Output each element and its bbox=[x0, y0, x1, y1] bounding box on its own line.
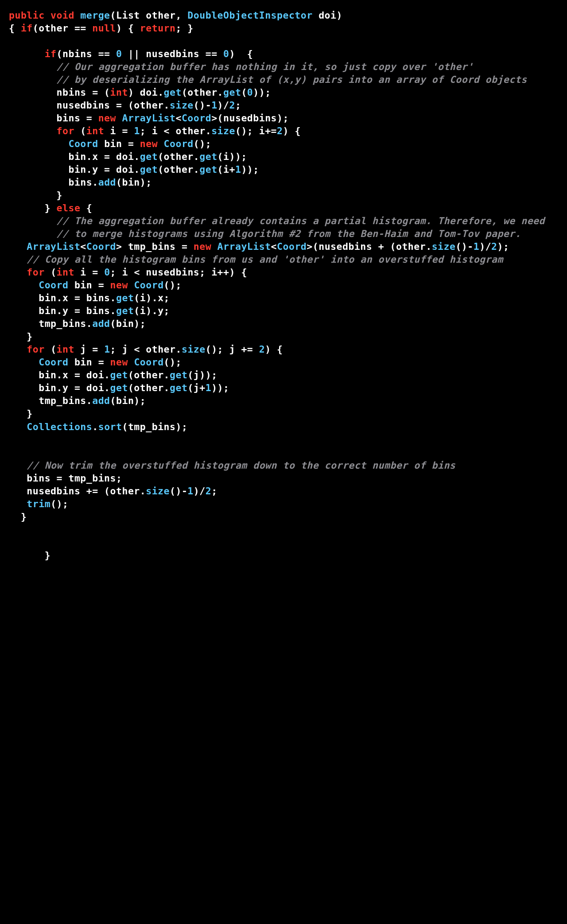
code-token bbox=[9, 125, 57, 136]
code-token: // Our aggregation buffer has nothing in… bbox=[57, 61, 474, 72]
code-token: // Now trim the overstuffed histogram do… bbox=[27, 460, 455, 471]
code-token: get bbox=[110, 382, 128, 393]
code-token: int bbox=[86, 125, 104, 136]
code-token: 1 bbox=[134, 125, 140, 136]
code-token: ArrayList bbox=[27, 241, 80, 252]
code-token: 0 bbox=[223, 48, 229, 59]
code-token bbox=[116, 113, 122, 124]
code-line: Coord bin = new Coord(); bbox=[9, 138, 211, 149]
code-token: add bbox=[98, 177, 116, 188]
code-token: get bbox=[164, 87, 182, 98]
code-line: // Copy all the histogram bins from us a… bbox=[9, 254, 503, 265]
code-line: // by deserializing the ArrayList of (x,… bbox=[9, 74, 527, 85]
code-token bbox=[9, 215, 57, 226]
code-token bbox=[9, 241, 27, 252]
code-token: get bbox=[116, 292, 134, 303]
code-token: i = bbox=[74, 267, 104, 278]
code-line: trim(); bbox=[9, 498, 68, 509]
code-token: < bbox=[271, 241, 277, 252]
code-token: size bbox=[182, 344, 206, 355]
code-token: // to merge histograms using Algorithm #… bbox=[57, 228, 521, 239]
code-token: j = bbox=[74, 344, 104, 355]
code-token: Coord bbox=[164, 138, 194, 149]
code-token bbox=[9, 48, 45, 59]
code-token: bins = tmp_bins; bbox=[9, 473, 122, 484]
code-token: for bbox=[27, 267, 44, 278]
code-token: )/ bbox=[194, 485, 206, 497]
code-token: ()- bbox=[194, 100, 211, 111]
code-token: bin.x = bins. bbox=[9, 292, 116, 303]
code-token: } bbox=[9, 202, 57, 214]
code-token: get bbox=[199, 151, 217, 162]
code-token: 2 bbox=[206, 485, 211, 497]
code-token: >(nusedbins); bbox=[211, 113, 289, 124]
code-token: ( bbox=[45, 344, 57, 355]
code-line: Collections.sort(tmp_bins); bbox=[9, 421, 187, 432]
code-token bbox=[9, 460, 27, 471]
code-token bbox=[9, 357, 39, 368]
code-token: } bbox=[9, 190, 62, 201]
code-token: Coord bbox=[39, 280, 68, 291]
code-token: for bbox=[27, 344, 44, 355]
code-token bbox=[9, 61, 57, 72]
code-token: Coord bbox=[277, 241, 307, 252]
code-token: 1 bbox=[104, 344, 110, 355]
code-token: // The aggregation buffer already contai… bbox=[57, 215, 545, 226]
code-token: tmp_bins. bbox=[9, 318, 92, 329]
code-line: bins.add(bin); bbox=[9, 177, 152, 188]
code-token: ; bbox=[235, 100, 241, 111]
code-token: )); bbox=[211, 382, 229, 393]
code-token: ( bbox=[74, 125, 86, 136]
code-token: bin = bbox=[98, 138, 140, 149]
code-line: // The aggregation buffer already contai… bbox=[9, 215, 545, 226]
code-token: bins = bbox=[9, 113, 98, 124]
code-token: i = bbox=[104, 125, 134, 136]
code-token bbox=[128, 357, 134, 368]
code-line: if(nbins == 0 || nusedbins == 0) { bbox=[9, 48, 253, 59]
code-token: get bbox=[170, 369, 187, 380]
code-line: // to merge histograms using Algorithm #… bbox=[9, 228, 521, 239]
code-line: } bbox=[9, 511, 27, 522]
code-token: get bbox=[116, 305, 134, 316]
code-line: Coord bin = new Coord(); bbox=[9, 357, 182, 368]
code-token: bin.y = doi. bbox=[9, 382, 110, 393]
code-line: bin.y = bins.get(i).y; bbox=[9, 305, 170, 316]
code-token: new bbox=[194, 241, 211, 252]
code-line: public void merge(List other, DoubleObje… bbox=[9, 10, 342, 21]
code-line: } bbox=[9, 550, 50, 561]
code-token bbox=[158, 138, 163, 149]
code-token: 2 bbox=[229, 100, 235, 111]
code-token bbox=[128, 280, 134, 291]
code-token: (i).y; bbox=[134, 305, 170, 316]
code-token: ; j < other. bbox=[110, 344, 182, 355]
code-token: )); bbox=[241, 164, 259, 175]
code-token: (List other, bbox=[110, 10, 188, 21]
code-token: null bbox=[92, 23, 116, 34]
code-token: add bbox=[92, 318, 110, 329]
code-token: < bbox=[80, 241, 86, 252]
code-token: return bbox=[140, 23, 176, 34]
code-token: add bbox=[92, 395, 110, 406]
code-token: ( bbox=[241, 87, 247, 98]
code-line: bin.y = doi.get(other.get(i+1)); bbox=[9, 164, 259, 175]
code-token: get bbox=[140, 151, 158, 162]
code-token: Collections bbox=[27, 421, 92, 432]
code-token: new bbox=[98, 113, 116, 124]
code-token bbox=[9, 421, 27, 432]
code-line: for (int i = 1; i < other.size(); i+=2) … bbox=[9, 125, 301, 136]
code-token: Coord bbox=[134, 357, 163, 368]
code-token: new bbox=[110, 280, 128, 291]
code-token bbox=[9, 138, 68, 149]
code-token: // by deserializing the ArrayList of (x,… bbox=[57, 74, 527, 85]
code-token: < bbox=[175, 113, 181, 124]
code-token: ()- bbox=[170, 485, 187, 497]
code-token bbox=[9, 280, 39, 291]
code-token: Coord bbox=[134, 280, 163, 291]
code-token: // Copy all the histogram bins from us a… bbox=[27, 254, 503, 265]
code-token: (); bbox=[164, 357, 182, 368]
code-token: new bbox=[110, 357, 128, 368]
code-line: { if(other == null) { return; } bbox=[9, 23, 194, 34]
code-line: Coord bin = new Coord(); bbox=[9, 280, 182, 291]
code-token: sort bbox=[98, 421, 122, 432]
code-token: else bbox=[57, 202, 81, 214]
